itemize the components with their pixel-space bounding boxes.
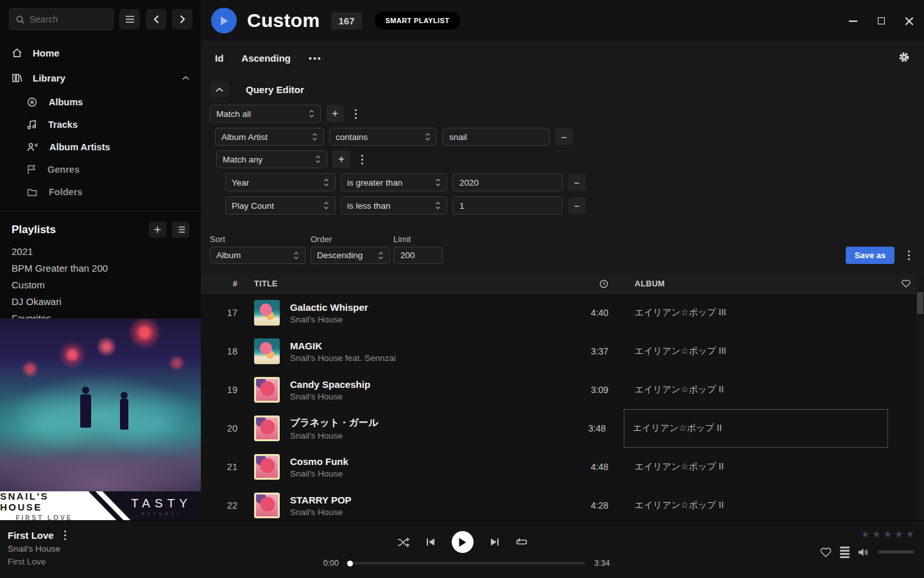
rule-menu-button[interactable] [349, 109, 362, 119]
add-rule-button[interactable]: + [326, 105, 344, 123]
sort-select[interactable]: Album [210, 247, 305, 264]
volume-slider[interactable] [878, 550, 914, 554]
track-table: # TITLE ALBUM 17 [201, 274, 924, 520]
track-row[interactable]: 19 Candy Spaceship Snail's House 3:09 エイ… [201, 371, 924, 409]
rating-stars[interactable]: ★★★★★ [861, 529, 914, 540]
page-title: Custom [247, 10, 320, 31]
art-figure [80, 394, 91, 428]
album-art-thumbnail [254, 454, 280, 480]
rule-field-select[interactable]: Year [225, 173, 336, 191]
rule-field-select[interactable]: Play Count [225, 197, 336, 215]
sidebar-item-genres[interactable]: Genres [0, 158, 201, 180]
track-row[interactable]: 21 Cosmo Funk Snail's House 4:48 エイリアン☆ポ… [201, 448, 924, 486]
rule-field-select[interactable]: Album Artist [215, 128, 324, 146]
album-cell[interactable]: エイリアン☆ポップ III [629, 332, 888, 371]
close-button[interactable] [900, 12, 919, 31]
add-rule-button[interactable]: + [332, 150, 350, 168]
sidebar-item-label: Library [33, 73, 65, 83]
minimize-button[interactable] [843, 12, 862, 31]
track-duration: 4:28 [554, 500, 608, 511]
favorite-button[interactable] [820, 547, 832, 557]
sidebar-item-tracks[interactable]: Tracks [0, 113, 201, 136]
add-playlist-button[interactable] [149, 222, 166, 238]
select-chevrons-icon [435, 201, 441, 210]
rule-menu-button[interactable] [355, 155, 368, 164]
sort-field-button[interactable]: Id [215, 53, 223, 64]
star-icon[interactable]: ★ [906, 529, 914, 540]
nav-back-button[interactable] [146, 9, 166, 30]
maximize-button[interactable] [871, 12, 891, 31]
star-icon[interactable]: ★ [872, 529, 880, 540]
previous-button[interactable] [426, 538, 435, 547]
limit-input[interactable] [393, 247, 443, 264]
track-row[interactable]: 20 プラネット・ガール Snail's House 3:48 エイリアン☆ポッ… [201, 409, 924, 448]
gear-icon[interactable] [898, 51, 910, 63]
shuffle-button[interactable] [397, 538, 409, 547]
rule-value-input[interactable] [452, 197, 563, 215]
album-cell[interactable]: エイリアン☆ポップ II [624, 409, 888, 448]
more-options-button[interactable]: ••• [309, 53, 322, 64]
album-cell[interactable]: エイリアン☆ポップ II [629, 486, 888, 520]
track-row[interactable]: 17 Galactic Whisper Snail's House 4:40 エ… [201, 293, 924, 332]
play-playlist-button[interactable] [211, 8, 237, 33]
remove-rule-button[interactable]: − [568, 197, 586, 214]
column-header-album[interactable]: ALBUM [629, 279, 888, 288]
rule-operator-select[interactable]: is less than [341, 197, 447, 215]
menu-button[interactable] [119, 9, 140, 30]
save-menu-button[interactable] [902, 250, 915, 260]
genres-icon [27, 164, 36, 175]
seek-track[interactable] [348, 562, 585, 565]
sidebar-item-album-artists[interactable]: Album Artists [0, 136, 201, 158]
column-header-title[interactable]: TITLE [254, 279, 554, 288]
track-row[interactable]: 22 STARRY POP Snail's House 4:28 エイリアン☆ポ… [201, 486, 924, 520]
sidebar-item-library[interactable]: Library [0, 66, 201, 91]
match-type-select[interactable]: Match all [210, 105, 321, 123]
next-button[interactable] [490, 538, 499, 547]
sort-order-button[interactable]: Ascending [241, 53, 291, 64]
page-header: Custom 167 SMART PLAYLIST [201, 0, 924, 42]
queue-button[interactable] [840, 547, 850, 558]
save-as-button[interactable]: Save as [846, 247, 894, 264]
search-box[interactable] [9, 8, 114, 30]
sidebar-item-folders[interactable]: Folders [0, 180, 201, 203]
track-rows: 17 Galactic Whisper Snail's House 4:40 エ… [201, 293, 924, 520]
scrollbar-thumb[interactable] [917, 292, 923, 314]
album-cell[interactable]: エイリアン☆ポップ III [629, 293, 888, 332]
playlists-header: Playlists [0, 211, 201, 243]
playlist-item[interactable]: Custom [0, 276, 201, 293]
column-header-duration[interactable] [554, 279, 608, 288]
playlist-item[interactable]: DJ Okawari [0, 293, 201, 310]
star-icon[interactable]: ★ [884, 529, 892, 540]
sidebar-item-albums[interactable]: Albums [0, 91, 201, 113]
star-icon[interactable]: ★ [861, 529, 869, 540]
star-icon[interactable]: ★ [894, 529, 903, 540]
order-label: Order [311, 234, 332, 244]
volume-icon[interactable] [858, 547, 869, 557]
order-select[interactable]: Descending [311, 247, 390, 264]
seek-handle[interactable] [347, 561, 353, 566]
group-match-type-select[interactable]: Match any [216, 150, 327, 168]
playlist-list-button[interactable] [172, 222, 189, 238]
collapse-query-editor-button[interactable] [210, 82, 229, 98]
album-cell[interactable]: エイリアン☆ポップ II [629, 371, 888, 409]
rule-operator-select[interactable]: is greater than [341, 173, 447, 191]
nav-forward-button[interactable] [172, 9, 193, 30]
playlist-item[interactable]: 2021 [0, 243, 201, 259]
column-header-num[interactable]: # [201, 279, 237, 288]
remove-rule-button[interactable]: − [555, 128, 573, 145]
maximize-icon [878, 17, 885, 24]
remove-rule-button[interactable]: − [568, 174, 586, 191]
play-button[interactable] [452, 531, 474, 553]
album-cell[interactable]: エイリアン☆ポップ II [629, 448, 888, 486]
rule-value-input[interactable] [452, 173, 563, 191]
playlists-title: Playlists [12, 223, 143, 236]
search-input[interactable] [30, 14, 100, 24]
rule-value-input[interactable] [442, 128, 550, 146]
sidebar-item-home[interactable]: Home [0, 40, 201, 66]
select-chevrons-icon [435, 178, 441, 187]
track-row[interactable]: 18 MAGIK Snail's House feat. Sennzai 3:3… [201, 332, 924, 371]
art-figure [120, 399, 128, 430]
repeat-button[interactable] [516, 538, 527, 547]
playlist-item[interactable]: BPM Greater than 200 [0, 259, 201, 276]
rule-operator-select[interactable]: contains [329, 128, 437, 146]
